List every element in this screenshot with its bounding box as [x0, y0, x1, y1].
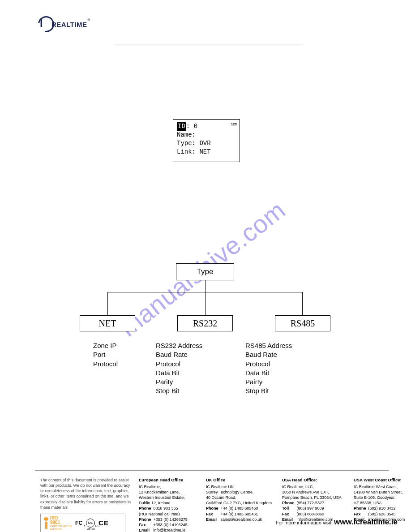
iso-sub2: EUROPE: [50, 528, 72, 530]
device-link-row: Link: NET: [177, 148, 236, 156]
type-value: DVR: [199, 140, 210, 147]
rs485-detail-line: Protocol: [245, 360, 330, 369]
eu-addr-line: IC Realtime,: [139, 484, 201, 489]
brand-name: REALTIME: [51, 21, 87, 28]
brand-logo: I REALTIME ®: [38, 15, 105, 33]
uk-email: Email sales@icrealtime.co.uk: [206, 517, 278, 522]
name-label: Name:: [177, 131, 196, 138]
link-value: NET: [199, 148, 210, 155]
uk-fax: Fax +44 (0) 1483 685461: [206, 511, 278, 517]
rs232-detail-line: Data Bit: [156, 369, 241, 378]
net-detail-line: Protocol: [93, 360, 151, 369]
disclaimer-text: The content of this document is provided…: [40, 477, 134, 510]
rs485-detail-line: Pairty: [245, 378, 330, 386]
usa-phone: Phone (954) 772-5327: [282, 500, 349, 506]
link-label: Link:: [177, 148, 196, 155]
usa-addr-line: IC Realtime, LLC,: [282, 484, 349, 489]
eu-addr-line: Western Industrial Estate,: [139, 495, 201, 500]
device-box-small-number: 123: [231, 122, 237, 126]
usa-addr-line: 3050 N Andrews Ave EXT,: [282, 489, 349, 495]
west-addr-line: IC Realtime West Coast,: [354, 484, 411, 489]
header-divider: [115, 44, 303, 44]
certification-badges: ISO 9001 CERTIFICATION EUROPE FC ULLISTE…: [40, 514, 125, 532]
iso-number: 9001: [50, 520, 72, 525]
uk-phone: Phone +44 (0) 1483 685460: [206, 506, 278, 511]
eu-phone1: Phone 0818 903 365: [139, 506, 201, 511]
rs232-details: RS232 Address Baud Rate Protocol Data Bi…: [156, 341, 241, 396]
rs232-detail-line: Baud Rate: [156, 350, 241, 359]
uk-addr-line: Guildford GU2 7YG, United Kingdom: [206, 500, 278, 506]
uk-title: UK Office: [206, 477, 278, 483]
ul-badge-icon: ULLISTED: [86, 519, 95, 528]
rs485-detail-line: Baud Rate: [245, 350, 330, 359]
usa-title: USA Head Office:: [282, 477, 349, 483]
device-id-row: ID: 0: [177, 122, 236, 131]
rs485-detail-line: Stop Bit: [245, 386, 330, 395]
usa-toll: Toll (866) 997 9009: [282, 506, 349, 511]
iso-badge-icon: ISO 9001 CERTIFICATION EUROPE: [43, 516, 72, 530]
eu-fax: Fax +353 (0) 14196245: [139, 522, 201, 528]
usa-addr-line: Pompano Beach, FL 33064, USA: [282, 495, 349, 500]
tree-connector-lines: [80, 280, 330, 315]
registered-icon: ®: [88, 18, 90, 22]
usa-fax: Fax (866) 860-3860: [282, 511, 349, 517]
rs232-detail-line: Stop Bit: [156, 386, 241, 395]
west-addr-line: AZ 85338, USA: [354, 500, 411, 506]
west-fax: Fax (602) 626 3545: [354, 511, 411, 517]
west-addr-line: Suite B-105, Goodyear,: [354, 495, 411, 500]
id-value: 0: [194, 123, 197, 130]
device-info-box: 123 ID: 0 Name: Type: DVR Link: NET: [173, 119, 240, 162]
more-info-prefix: For more information visit:: [276, 520, 334, 525]
tree-root-type: Type: [176, 263, 234, 280]
uk-addr-line: Surrey Technology Centre,: [206, 489, 278, 495]
device-name-row: Name:: [177, 131, 236, 139]
eu-addr-line: 12 Knocksmitten Lane,: [139, 489, 201, 495]
rs485-details: RS485 Address Baud Rate Protocol Data Bi…: [245, 341, 330, 396]
net-details: Zone IP Port Protocol: [80, 341, 151, 396]
eu-roi: (ROI National call rate): [139, 511, 201, 517]
tree-node-rs232: RS232: [177, 315, 233, 331]
rs232-detail-line: Parity: [156, 378, 241, 386]
net-detail-line: Port: [93, 350, 151, 359]
west-addr-line: 14180 W Van Buren Street,: [354, 489, 411, 495]
uk-addr-line: IC Realtime UK: [206, 484, 278, 489]
net-detail-line: Zone IP: [93, 341, 151, 350]
tree-node-rs485: RS485: [275, 315, 330, 331]
eu-addr-line: Dublin 12, Ireland.: [139, 500, 201, 506]
type-label: Type:: [177, 140, 196, 147]
more-info-line: For more information visit: www.icrealti…: [276, 518, 398, 527]
iso-sub1: CERTIFICATION: [50, 525, 72, 528]
rs232-detail-line: RS232 Address: [156, 341, 241, 350]
ce-badge-icon: CE: [98, 519, 109, 527]
device-type-row: Type: DVR: [177, 139, 236, 148]
rs485-detail-line: RS485 Address: [245, 341, 330, 350]
more-info-url: www.icrealtime.ie: [334, 518, 398, 526]
type-tree-diagram: Type NET RS232 RS485 Zone IP Port Protoc…: [80, 263, 330, 396]
eu-email: Email info@icrealtime.ie: [139, 528, 201, 532]
footer-uk-office: UK Office IC Realtime UK Surrey Technolo…: [206, 477, 278, 532]
logo-mark-icon: I: [38, 16, 54, 32]
eu-title: European Head Office: [139, 477, 201, 483]
fc-badge-icon: FC: [75, 520, 82, 526]
footer-eu-office: European Head Office IC Realtime, 12 Kno…: [139, 477, 201, 532]
eu-phone2: Phone +353 (0) 14268275: [139, 517, 201, 522]
tree-node-net: NET: [80, 315, 135, 331]
west-title: USA West Coast Office:: [354, 477, 411, 483]
west-phone: Phone (602) 910 3432: [354, 506, 411, 511]
rs232-detail-line: Protocol: [156, 360, 241, 369]
footer-disclaimer-col: The content of this document is provided…: [40, 477, 134, 532]
rs485-detail-line: Data Bit: [245, 369, 330, 378]
id-label: ID: [177, 122, 186, 131]
footer-divider: [35, 470, 389, 471]
uk-addr-line: 40 Occam Road,: [206, 495, 278, 500]
